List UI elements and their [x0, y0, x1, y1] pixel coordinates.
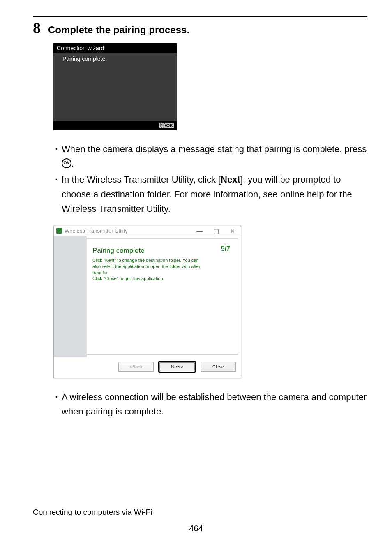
close-icon[interactable]: ×: [224, 228, 241, 234]
step-number: 8: [33, 20, 41, 36]
ok-button-icon: OK: [62, 158, 71, 168]
dialog-description-line: Click "Next" to change the destination f…: [92, 257, 203, 276]
step-heading-row: 8 Complete the pairing process.: [33, 20, 367, 36]
next-keyword: Next: [221, 174, 240, 185]
page-number: 464: [0, 524, 392, 533]
app-icon: [56, 228, 62, 234]
window-controls: — ▢ ×: [191, 228, 241, 234]
dialog-footer: <Back Next> Close: [54, 357, 241, 378]
bullet-text-post: .: [71, 158, 74, 169]
step-title: Complete the pairing process.: [48, 24, 189, 36]
list-item: A wireless connection will be establishe…: [53, 390, 367, 419]
next-button[interactable]: Next>: [159, 362, 195, 371]
instruction-bullets-upper: When the camera displays a message stati…: [53, 142, 367, 216]
ok-label: OK: [166, 123, 173, 128]
list-item: When the camera displays a message stati…: [53, 142, 367, 171]
bullet-text: In the Wireless Transmitter Utility, cli…: [62, 174, 221, 185]
dialog-sidebar: [54, 236, 87, 357]
instruction-bullets-lower: A wireless connection will be establishe…: [53, 390, 367, 419]
dialog-step-counter: 5/7: [221, 245, 230, 252]
next-button-highlight: Next>: [158, 361, 196, 373]
section-footer-label: Connecting to computers via Wi-Fi: [33, 508, 152, 517]
minimize-icon[interactable]: —: [191, 228, 208, 234]
camera-screen-title: Connection wizard: [53, 43, 177, 53]
wireless-transmitter-dialog: Wireless Transmitter Utility — ▢ × 5/7 P…: [53, 226, 241, 378]
bullet-text: When the camera displays a message stati…: [62, 144, 367, 154]
ok-icon: OK: [160, 123, 166, 128]
camera-screen-message: Pairing complete.: [62, 56, 173, 62]
dialog-titlebar: Wireless Transmitter Utility — ▢ ×: [54, 226, 241, 236]
dialog-description-line: Click "Close" to quit this application.: [92, 275, 203, 282]
dialog-app-title: Wireless Transmitter Utility: [65, 228, 128, 234]
camera-ok-badge: OK OK: [159, 123, 175, 128]
dialog-heading: Pairing complete: [92, 247, 231, 255]
camera-lcd-screenshot: Connection wizard Pairing complete. OK O…: [53, 43, 177, 130]
back-button: <Back: [118, 362, 154, 372]
maximize-icon[interactable]: ▢: [208, 228, 224, 234]
close-button[interactable]: Close: [201, 362, 236, 372]
bullet-text: A wireless connection will be establishe…: [62, 392, 367, 416]
dialog-main-panel: 5/7 Pairing complete Click "Next" to cha…: [87, 238, 238, 355]
list-item: In the Wireless Transmitter Utility, cli…: [53, 172, 367, 216]
